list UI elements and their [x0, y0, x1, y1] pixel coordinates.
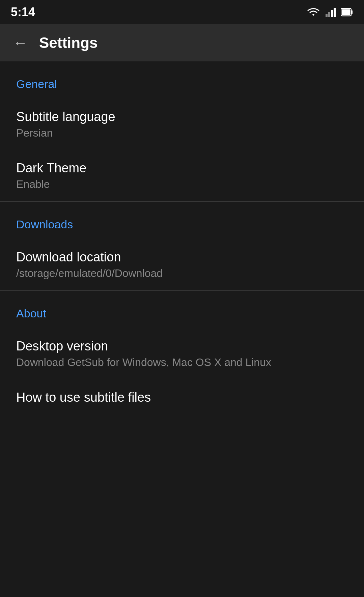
svg-rect-5 — [351, 10, 353, 14]
svg-rect-0 — [326, 14, 328, 17]
wifi-icon — [307, 7, 320, 17]
page-title: Settings — [39, 34, 98, 51]
subtitle-language-value: Persian — [16, 127, 348, 139]
subtitle-language-item[interactable]: Subtitle language Persian — [0, 99, 364, 150]
battery-icon — [341, 7, 353, 17]
dark-theme-item[interactable]: Dark Theme Enable — [0, 150, 364, 201]
svg-rect-1 — [328, 12, 330, 17]
desktop-version-item[interactable]: Desktop version Download GetSub for Wind… — [0, 328, 364, 379]
desktop-version-title: Desktop version — [16, 339, 348, 353]
subtitle-language-title: Subtitle language — [16, 110, 348, 124]
app-bar: ← Settings — [0, 24, 364, 61]
downloads-section-title: Downloads — [16, 218, 73, 231]
about-section-title: About — [16, 307, 46, 320]
about-section-header: About — [0, 291, 364, 328]
download-location-value: /storage/emulated/0/Download — [16, 267, 348, 280]
status-time: 5:14 — [11, 5, 35, 19]
desktop-version-value: Download GetSub for Windows, Mac OS X an… — [16, 356, 348, 369]
how-to-use-item[interactable]: How to use subtitle files — [0, 379, 364, 418]
downloads-section-header: Downloads — [0, 202, 364, 239]
status-icons — [307, 7, 353, 17]
dark-theme-title: Dark Theme — [16, 161, 348, 175]
general-section-title: General — [16, 78, 57, 90]
svg-rect-6 — [342, 9, 351, 15]
how-to-use-title: How to use subtitle files — [16, 390, 348, 405]
general-section-header: General — [0, 61, 364, 99]
signal-icon — [326, 7, 336, 17]
back-arrow-icon: ← — [13, 35, 28, 50]
download-location-item[interactable]: Download location /storage/emulated/0/Do… — [0, 239, 364, 290]
dark-theme-value: Enable — [16, 178, 348, 191]
svg-rect-2 — [331, 10, 333, 17]
svg-rect-3 — [334, 8, 336, 17]
status-bar: 5:14 — [0, 0, 364, 24]
download-location-title: Download location — [16, 250, 348, 264]
settings-content: General Subtitle language Persian Dark T… — [0, 61, 364, 418]
back-button[interactable]: ← — [11, 33, 30, 52]
